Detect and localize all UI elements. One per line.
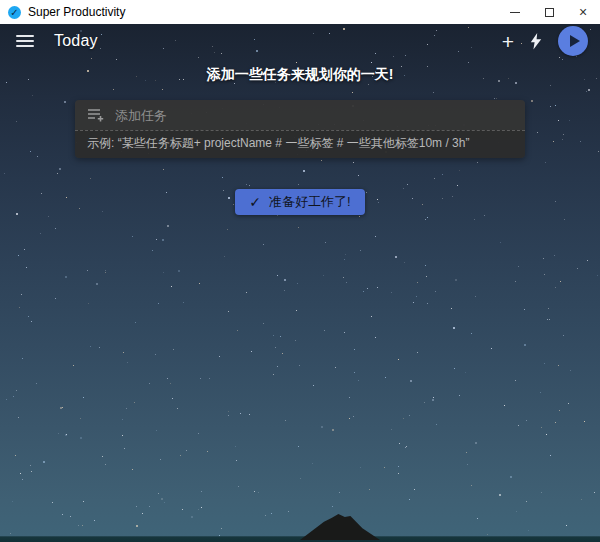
ready-to-work-button[interactable]: ✓ 准备好工作了! bbox=[235, 189, 364, 215]
maximize-button[interactable] bbox=[532, 0, 566, 24]
window-controls: × bbox=[498, 0, 600, 24]
add-task-input[interactable] bbox=[115, 108, 513, 123]
check-icon: ✓ bbox=[249, 194, 261, 210]
bolt-icon bbox=[530, 33, 542, 50]
plus-icon: + bbox=[502, 31, 514, 52]
os-titlebar: ✓ Super Productivity × bbox=[0, 0, 600, 24]
add-task-row bbox=[75, 100, 525, 130]
focus-mode-button[interactable] bbox=[522, 27, 550, 55]
add-button[interactable]: + bbox=[494, 27, 522, 55]
ready-to-work-label: 准备好工作了! bbox=[269, 193, 351, 211]
play-icon bbox=[570, 35, 580, 47]
welcome-heading: 添加一些任务来规划你的一天! bbox=[207, 66, 394, 84]
playlist-add-icon bbox=[87, 108, 105, 122]
main-content: 添加一些任务来规划你的一天! bbox=[0, 58, 600, 215]
add-task-panel: 示例: “某些任务标题+ projectName # 一些标签 # 一些其他标签… bbox=[75, 100, 525, 158]
window-title: Super Productivity bbox=[28, 5, 498, 19]
add-task-hint: 示例: “某些任务标题+ projectName # 一些标签 # 一些其他标签… bbox=[75, 130, 525, 158]
app-background: Today + 添加一些任务来规划你的一天! bbox=[0, 24, 600, 542]
minimize-button[interactable] bbox=[498, 0, 532, 24]
main-toolbar: Today + bbox=[0, 24, 600, 58]
hamburger-menu-icon[interactable] bbox=[16, 35, 38, 47]
close-icon: × bbox=[579, 5, 587, 19]
mountain-silhouette bbox=[300, 514, 380, 540]
minimize-icon bbox=[510, 12, 520, 13]
play-button[interactable] bbox=[558, 26, 588, 56]
page-title: Today bbox=[54, 32, 98, 50]
maximize-icon bbox=[545, 8, 554, 17]
close-button[interactable]: × bbox=[566, 0, 600, 24]
app-window: ✓ Super Productivity × Today + bbox=[0, 0, 600, 542]
app-logo-icon: ✓ bbox=[8, 6, 21, 19]
